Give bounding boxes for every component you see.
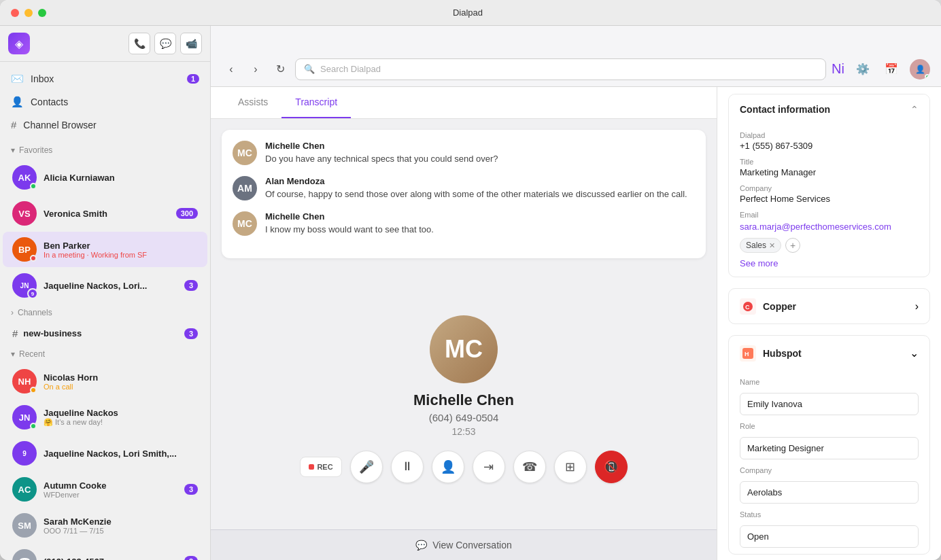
contact-item-autumn[interactable]: AC Autumn Cooke WFDenver 3 [3,472,207,507]
contact-item-jaqueline-group2[interactable]: 9 Jaqueline Nackos, Lori Smith,... [3,436,207,471]
company-value: Perfect Home Services [740,194,919,204]
forward-button[interactable]: › [246,60,265,79]
contact-name: Alicia Kurniawan [44,173,198,183]
add-person-button[interactable]: 👤 [432,451,464,483]
sidebar-item-inbox[interactable]: ✉️ Inbox 1 [0,67,210,90]
settings-button[interactable]: ⚙️ [853,59,873,80]
contact-badge: 300 [176,208,198,219]
contact-name: Ben Parker [44,241,198,251]
message-text: Do you have any technical specs that you… [265,153,695,165]
svg-text:H: H [745,351,749,357]
copper-icon: C [740,298,756,315]
status-dot [30,387,37,393]
video-icon-btn[interactable]: 📹 [180,33,202,54]
contact-status: In a meeting · Working from SF [44,251,198,259]
contact-item-jaqueline2[interactable]: JN Jaqueline Nackos 🤗 It's a new day! [3,400,207,435]
contact-status: 🤗 It's a new day! [44,418,198,427]
refresh-button[interactable]: ↻ [271,60,290,79]
see-more-link[interactable]: See more [740,258,778,268]
hubspot-status-label: Status [740,510,919,519]
channels-section[interactable]: › Channels [0,304,210,321]
message-icon-btn[interactable]: 💬 [154,33,176,54]
contact-item-nicolas[interactable]: NH Nicolas Horn On a call [3,364,207,399]
contact-item-jaqueline-group[interactable]: JN 9 Jaqueline Nackos, Lori... 3 [3,268,207,303]
copper-header[interactable]: C Copper › [729,289,929,324]
sidebar-item-contacts[interactable]: 👤 Contacts [0,90,210,113]
pause-icon: ⏸ [401,459,413,474]
contact-status: OOO 7/11 — 7/15 [44,527,198,535]
channel-item-new-business[interactable]: # new-business 3 [3,322,207,345]
tab-assists[interactable]: Assists [224,87,281,118]
record-button[interactable]: REC [300,457,341,477]
add-tag-button[interactable]: + [785,238,800,253]
phone-icon-btn[interactable]: 📞 [129,33,150,54]
view-conversation-bar[interactable]: 💬 View Conversation [211,529,717,560]
hubspot-role-input[interactable] [740,437,919,459]
close-button[interactable] [11,9,19,17]
contact-item-veronica[interactable]: VS Veronica Smith 300 [3,196,207,231]
tag-row: Sales ✕ + [740,238,919,253]
search-placeholder: Search Dialpad [320,64,381,74]
titlebar: Dialpad [0,0,941,26]
avatar: JN 9 [12,273,37,298]
hubspot-status-input[interactable] [740,525,919,548]
hubspot-header[interactable]: H Hubspot ⌄ [729,336,929,371]
contact-item-ben[interactable]: BP Ben Parker In a meeting · Working fro… [3,232,207,267]
svg-text:C: C [745,304,750,311]
contact-info-header[interactable]: Contact information ⌃ [729,94,929,124]
contact-info-card: Contact information ⌃ Dialpad +1 (555) 8… [728,94,930,277]
chevron-icon: ▾ [11,349,15,359]
email-link[interactable]: sara.marja@perfecthomeservices.com [740,222,891,232]
hubspot-company-label: Company [740,466,919,474]
contact-item-alicia[interactable]: AK Alicia Kurniawan [3,160,207,195]
pause-button[interactable]: ⏸ [391,451,424,483]
hangup-button[interactable]: 📵 [595,451,628,483]
sidebar: ◈ 📞 💬 📹 ✉️ Inbox 1 [0,26,211,560]
message-sender: Michelle Chen [265,141,695,151]
avatar: AK [12,165,37,190]
call-avatar: MC [430,315,498,383]
chevron-right-icon: › [915,300,919,313]
hold-icon: ☎ [522,459,537,474]
copper-card: C Copper › [728,288,930,324]
dialpad-button[interactable]: ⊞ [554,451,587,483]
user-status-dot [925,74,930,80]
contact-name: Jaqueline Nackos, Lori... [44,281,177,291]
hash-icon: # [12,328,18,339]
hold-button[interactable]: ☎ [513,451,546,483]
view-conversation-label: View Conversation [432,540,511,550]
tab-transcript[interactable]: Transcript [281,87,351,118]
favorites-section[interactable]: ▾ Favorites [0,141,210,159]
contact-name: Jaqueline Nackos [44,408,198,418]
mute-button[interactable]: 🎤 [350,451,383,483]
minimize-button[interactable] [24,9,33,17]
avatar: BP [12,237,37,262]
avatar: MC [233,211,257,236]
contact-badge: 3 [184,484,198,495]
mic-icon: 🎤 [359,459,374,474]
user-avatar[interactable]: 👤 [910,59,930,80]
ai-icon[interactable]: Ni [832,61,844,77]
transfer-icon: ⇥ [483,459,494,474]
calendar-button[interactable]: 📅 [881,59,902,80]
sidebar-item-channel-browser[interactable]: # Channel Browser [0,113,210,136]
contact-item-phone[interactable]: ☎ (919) 123-4567 3 [3,544,207,560]
contact-info-content: Dialpad +1 (555) 867-5309 Title Marketin… [729,131,929,277]
search-bar[interactable]: 🔍 Search Dialpad [295,58,826,80]
contact-item-sarah[interactable]: SM Sarah McKenzie OOO 7/11 — 7/15 [3,508,207,543]
phone-value: +1 (555) 867-5309 [740,141,919,151]
message-row: AM Alan Mendoza Of course, happy to send… [233,176,695,200]
tag-remove-icon[interactable]: ✕ [769,241,775,250]
email-label: Email [740,211,919,219]
center-panel: Assists Transcript MC Michelle Chen Do y… [211,87,717,560]
message-sender: Michelle Chen [265,211,695,222]
recent-section[interactable]: ▾ Recent [0,345,210,363]
hubspot-company-input[interactable] [740,481,919,504]
transfer-button[interactable]: ⇥ [473,451,505,483]
copper-label: Copper [763,301,796,312]
message-row: MC Michelle Chen I know my boss would wa… [233,211,695,236]
maximize-button[interactable] [38,9,46,17]
hubspot-name-input[interactable] [740,393,919,415]
contact-badge: 3 [184,280,198,291]
back-button[interactable]: ‹ [222,60,241,79]
